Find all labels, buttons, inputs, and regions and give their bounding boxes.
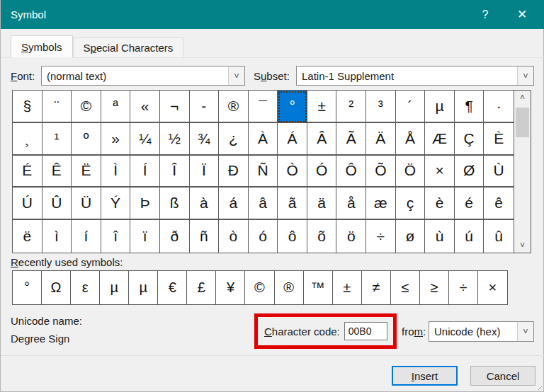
symbol-cell[interactable]: ë [13,220,42,253]
symbol-cell[interactable]: Ç [455,123,484,156]
symbol-cell[interactable]: ´ [396,91,426,123]
symbol-cell[interactable]: ª [101,91,131,123]
symbol-cell[interactable]: Æ [425,123,455,156]
symbol-cell[interactable]: Â [307,123,337,156]
symbol-cell[interactable]: é [455,188,484,220]
symbol-cell[interactable]: Ã [336,123,366,156]
symbol-cell[interactable]: Û [42,188,72,220]
symbol-cell[interactable]: - [190,91,220,123]
recent-symbol-cell[interactable]: ÷ [449,271,478,304]
symbol-cell[interactable]: ú [455,220,484,253]
recent-symbol-cell[interactable]: × [478,271,507,304]
recent-symbol-cell[interactable]: ° [13,271,42,304]
symbol-cell[interactable]: Ä [366,123,396,156]
symbol-cell[interactable]: ¬ [160,91,190,123]
recent-symbol-cell[interactable]: ™ [304,271,333,304]
cancel-button[interactable]: Cancel [470,366,536,386]
symbol-cell[interactable]: ù [425,220,455,253]
scrollbar-up-icon[interactable]: ˄ [514,91,531,105]
chevron-down-icon[interactable]: ˅ [517,322,533,341]
symbol-cell[interactable]: ° [278,91,307,123]
symbol-cell[interactable]: ä [307,188,337,220]
symbol-cell[interactable]: á [219,188,249,220]
symbol-cell[interactable]: ó [249,220,278,253]
symbol-cell[interactable]: Ü [72,188,101,220]
subset-dropdown[interactable]: Latin-1 Supplement ˅ [296,66,534,86]
symbol-cell[interactable]: Á [278,123,307,156]
symbol-cell[interactable]: û [484,220,514,253]
symbol-cell[interactable]: Ë [72,156,101,188]
symbol-cell[interactable]: ô [278,220,307,253]
recent-symbol-cell[interactable]: ≤ [391,271,420,304]
symbol-cell[interactable]: ® [219,91,249,123]
symbol-cell[interactable]: × [425,156,455,188]
recent-symbol-cell[interactable]: £ [187,271,216,304]
symbol-cell[interactable]: Ú [13,188,42,220]
symbol-cell[interactable]: è [425,188,455,220]
grid-scrollbar[interactable]: ˄ ˅ [514,91,531,253]
symbol-cell[interactable]: ø [396,220,426,253]
recent-symbol-cell[interactable]: © [245,271,274,304]
symbol-cell[interactable]: ê [484,188,514,220]
symbol-cell[interactable]: É [13,156,42,188]
symbol-cell[interactable]: Ñ [249,156,278,188]
symbol-cell[interactable]: ³ [366,91,396,123]
symbol-cell[interactable]: ï [130,220,160,253]
symbol-cell[interactable]: Ò [278,156,307,188]
chevron-down-icon[interactable]: ˅ [228,67,244,85]
symbol-cell[interactable]: ¸ [13,123,42,156]
scrollbar-thumb[interactable] [516,108,529,137]
symbol-cell[interactable]: ¯ [249,91,278,123]
symbol-cell[interactable]: ì [42,220,72,253]
symbol-cell[interactable]: ¾ [190,123,220,156]
symbol-cell[interactable]: ¨ [42,91,72,123]
scrollbar-down-icon[interactable]: ˅ [514,238,531,253]
chevron-down-icon[interactable]: ˅ [517,67,533,85]
recent-symbol-cell[interactable]: µ [129,271,158,304]
symbol-cell[interactable]: õ [307,220,337,253]
symbol-cell[interactable]: Þ [130,188,160,220]
symbol-cell[interactable]: ç [396,188,426,220]
symbol-cell[interactable]: ½ [160,123,190,156]
symbol-cell[interactable]: Ù [484,156,514,188]
symbol-cell[interactable]: Ý [101,188,131,220]
symbol-cell[interactable]: Ï [190,156,220,188]
symbol-cell[interactable]: í [72,220,101,253]
symbol-cell[interactable]: µ [425,91,455,123]
recent-symbol-cell[interactable]: ± [333,271,362,304]
symbol-cell[interactable]: Í [130,156,160,188]
tab-symbols[interactable]: Symbols [11,35,73,58]
symbol-cell[interactable]: ² [336,91,366,123]
symbol-cell[interactable]: ÷ [366,220,396,253]
symbol-cell[interactable]: ¹ [42,123,72,156]
recent-symbol-cell[interactable]: ≠ [362,271,391,304]
tab-special-characters[interactable]: Special Characters [73,38,184,57]
close-icon[interactable]: ✕ [506,0,538,29]
symbol-cell[interactable]: à [190,188,220,220]
symbol-cell[interactable]: â [249,188,278,220]
symbol-cell[interactable]: « [130,91,160,123]
from-dropdown[interactable]: Unicode (hex) ˅ [429,321,534,342]
symbol-cell[interactable]: È [484,123,514,156]
symbol-cell[interactable]: ¶ [455,91,484,123]
character-code-input[interactable] [344,322,387,340]
symbol-cell[interactable]: ¼ [130,123,160,156]
recent-symbol-cell[interactable]: ® [275,271,304,304]
symbol-cell[interactable]: ö [336,220,366,253]
recent-symbol-cell[interactable]: ε [71,271,100,304]
font-dropdown[interactable]: (normal text) ˅ [41,66,245,86]
symbol-cell[interactable]: © [72,91,101,123]
recent-symbol-cell[interactable]: ≥ [420,271,449,304]
symbol-cell[interactable]: Ó [307,156,337,188]
symbol-cell[interactable]: Ö [396,156,426,188]
symbol-cell[interactable]: ã [278,188,307,220]
symbol-cell[interactable]: å [336,188,366,220]
symbol-cell[interactable]: ð [160,220,190,253]
symbol-cell[interactable]: À [249,123,278,156]
symbol-cell[interactable]: ò [219,220,249,253]
symbol-cell[interactable]: ± [307,91,337,123]
recent-symbol-cell[interactable]: Ω [42,271,71,304]
recent-symbol-cell[interactable]: ¥ [216,271,245,304]
symbol-cell[interactable]: § [13,91,42,123]
symbol-cell[interactable]: æ [366,188,396,220]
